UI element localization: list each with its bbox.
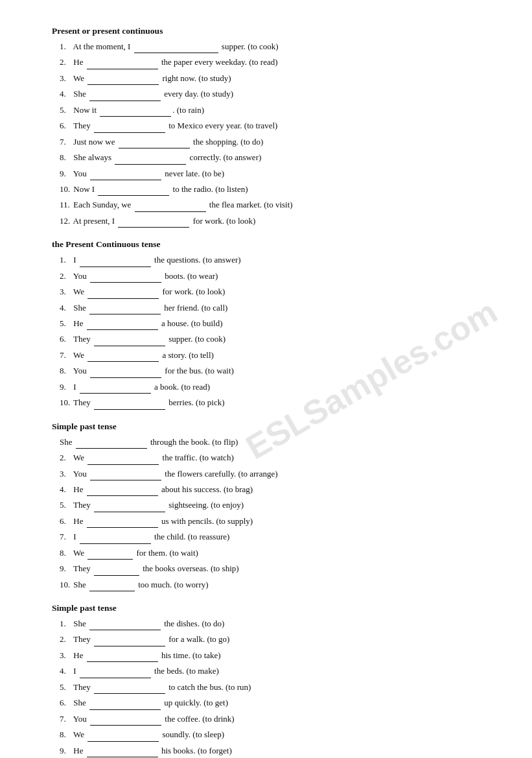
item-number: 4.	[60, 482, 71, 496]
list-item: 2. He the paper every weekday. (to read)	[52, 54, 493, 69]
list-item: 6. He us with pencils. (to supply)	[52, 514, 493, 528]
page-content: Present or present continuous 1. At the …	[52, 26, 493, 758]
item-number: 9.	[60, 562, 71, 575]
list-item: 6. They supper. (to cook)	[52, 331, 493, 346]
item-number: 10.	[60, 578, 71, 591]
blank	[90, 711, 161, 726]
item-number: 2.	[60, 451, 71, 464]
blank	[94, 331, 165, 346]
section3-title: Simple past tense	[52, 421, 493, 432]
list-item: 8. We for them. (to wait)	[52, 545, 493, 560]
list-item: 2. They for a walk. (to go)	[52, 632, 493, 646]
blank	[94, 395, 165, 409]
blank	[115, 150, 186, 164]
item-number: 6.	[60, 119, 71, 132]
blank	[87, 71, 159, 85]
blank	[135, 197, 206, 211]
section1-list: 1. At the moment, I supper. (to cook) 2.…	[52, 39, 493, 228]
list-item: 5. Now it . (to rain)	[52, 102, 493, 117]
list-item: She through the book. (to flip)	[52, 434, 493, 449]
list-item: 10. She too much. (to worry)	[52, 577, 493, 591]
list-item: 9. He his books. (to forget)	[52, 743, 493, 757]
blank	[90, 268, 161, 283]
section4-list: 1. She the dishes. (to do) 2. They for a…	[52, 616, 493, 758]
list-item: 1. She the dishes. (to do)	[52, 616, 493, 630]
blank	[87, 727, 159, 741]
item-number: 3.	[60, 467, 71, 480]
list-item: 4. She every day. (to study)	[52, 86, 493, 101]
blank	[94, 632, 165, 646]
blank	[87, 545, 133, 560]
blank	[87, 743, 158, 757]
blank	[100, 102, 171, 117]
blank	[89, 577, 135, 591]
item-number: 4.	[60, 87, 71, 101]
list-item: 7. You the coffee. (to drink)	[52, 711, 493, 726]
item-number: 9.	[60, 167, 71, 180]
blank	[87, 450, 159, 464]
list-item: 10. Now I to the radio. (to listen)	[52, 182, 493, 196]
item-number: 9.	[60, 380, 71, 394]
blank	[87, 648, 158, 662]
blank	[87, 514, 158, 528]
item-number: 1.	[60, 253, 71, 266]
item-number: 12.	[60, 214, 71, 228]
blank	[80, 663, 151, 678]
list-item: 3. We right now. (to study)	[52, 71, 493, 85]
list-item: 7. I the child. (to reassure)	[52, 529, 493, 543]
list-item: 7. We a story. (to tell)	[52, 348, 493, 362]
item-number: 2.	[60, 55, 71, 69]
list-item: 5. They sightseeing. (to enjoy)	[52, 497, 493, 512]
item-number: 5.	[60, 680, 71, 694]
blank	[87, 284, 159, 298]
section-present-or-continuous: Present or present continuous 1. At the …	[52, 26, 493, 228]
list-item: 4. He about his success. (to brag)	[52, 482, 493, 496]
section3-list: She through the book. (to flip) 2. We th…	[52, 434, 493, 591]
blank	[87, 348, 159, 362]
blank	[94, 497, 165, 512]
blank	[90, 166, 161, 180]
item-number: 8.	[60, 364, 71, 377]
list-item: 9. They the books overseas. (to ship)	[52, 561, 493, 575]
list-item: 1. I the questions. (to answer)	[52, 252, 493, 266]
list-item: 10. They berries. (to pick)	[52, 395, 493, 409]
blank	[89, 695, 161, 709]
list-item: 5. They to catch the bus. (to run)	[52, 680, 493, 694]
list-item: 8. We soundly. (to sleep)	[52, 727, 493, 741]
section4-title: Simple past tense	[52, 603, 493, 613]
item-number: 7.	[60, 712, 71, 726]
blank	[80, 379, 151, 394]
blank	[94, 561, 139, 575]
item-number: 4.	[60, 301, 71, 314]
item-number: 8.	[60, 150, 71, 164]
blank	[80, 252, 151, 266]
list-item: 5. He a house. (to build)	[52, 316, 493, 330]
blank	[98, 182, 169, 196]
section-present-continuous: the Present Continuous tense 1. I the qu…	[52, 239, 493, 409]
list-item: 11. Each Sunday, we the flea market. (to…	[52, 197, 493, 211]
blank	[94, 118, 165, 132]
section2-title: the Present Continuous tense	[52, 239, 493, 250]
list-item: 3. We for work. (to look)	[52, 284, 493, 298]
list-item: 12. At present, I for work. (to look)	[52, 213, 493, 228]
item-number: 3.	[60, 71, 71, 85]
list-item: 4. I the beds. (to make)	[52, 663, 493, 678]
blank	[89, 300, 161, 314]
list-item: 3. He his time. (to take)	[52, 648, 493, 662]
list-item: 7. Just now we the shopping. (to do)	[52, 134, 493, 148]
item-number: 11.	[60, 198, 71, 211]
item-number: 3.	[60, 648, 71, 662]
list-item: 9. I a book. (to read)	[52, 379, 493, 394]
list-item: 1. At the moment, I supper. (to cook)	[52, 39, 493, 53]
list-item: 9. You never late. (to be)	[52, 166, 493, 180]
item-number: 2.	[60, 632, 71, 646]
list-item: 8. You for the bus. (to wait)	[52, 363, 493, 377]
item-number: 10.	[60, 396, 71, 409]
item-number: 6.	[60, 332, 71, 346]
item-number: 1.	[60, 40, 71, 53]
blank	[80, 529, 151, 543]
blank	[90, 363, 161, 377]
list-item: 3. You the flowers carefully. (to arrang…	[52, 466, 493, 480]
item-number: 3.	[60, 285, 71, 298]
section-simple-past-1: Simple past tense She through the book. …	[52, 421, 493, 591]
